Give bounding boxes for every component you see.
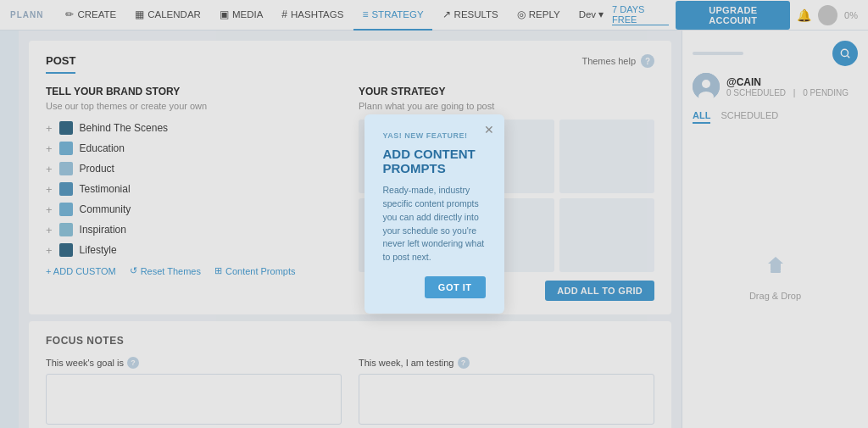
modal-title: ADD CONTENT PROMPTS (383, 147, 486, 175)
modal-got-it-button[interactable]: GOT IT (425, 276, 486, 298)
content-prompts-modal: ✕ YAS! NEW FEATURE! ADD CONTENT PROMPTS … (364, 114, 504, 314)
modal-description: Ready-made, industry specific content pr… (383, 184, 486, 264)
modal-overlay: ✕ YAS! NEW FEATURE! ADD CONTENT PROMPTS … (0, 0, 868, 428)
modal-close-button[interactable]: ✕ (484, 123, 494, 136)
modal-tag: YAS! NEW FEATURE! (383, 131, 486, 140)
